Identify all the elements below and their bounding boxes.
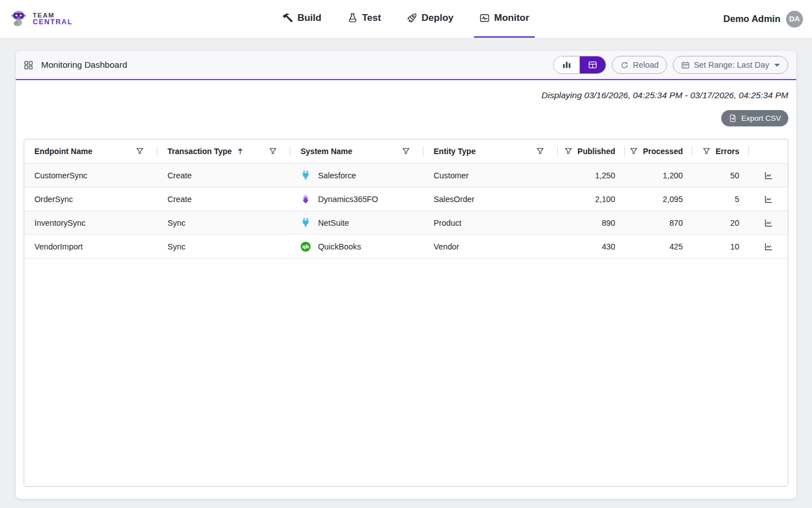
table-icon bbox=[588, 60, 597, 69]
filter-icon[interactable] bbox=[402, 147, 410, 155]
table-empty-area bbox=[24, 259, 788, 486]
monitoring-table: Endpoint Name Transaction Type System Na… bbox=[24, 139, 788, 487]
cell-entity: Vendor bbox=[423, 235, 558, 258]
filter-icon[interactable] bbox=[630, 147, 638, 155]
trend-chart-icon bbox=[764, 171, 773, 180]
filter-icon[interactable] bbox=[136, 147, 144, 155]
column-label-processed: Processed bbox=[643, 147, 683, 156]
cell-processed: 425 bbox=[625, 235, 692, 258]
cell-transaction: Create bbox=[157, 187, 290, 211]
hammer-icon bbox=[283, 13, 293, 23]
brand-logo[interactable]: TEAM CENTRAL bbox=[9, 8, 73, 30]
cell-errors: 20 bbox=[692, 211, 749, 234]
date-range-display: Displaying 03/16/2026, 04:25:34 PM - 03/… bbox=[24, 90, 788, 100]
cell-errors: 5 bbox=[692, 187, 749, 211]
table-header-row: Endpoint Name Transaction Type System Na… bbox=[24, 139, 788, 164]
trend-chart-icon bbox=[764, 218, 773, 227]
filter-icon[interactable] bbox=[269, 147, 277, 155]
tab-deploy[interactable]: Deploy bbox=[401, 0, 460, 38]
cell-published: 2,100 bbox=[558, 187, 625, 211]
top-nav: TEAM CENTRAL Build Test Deploy Monitor D… bbox=[0, 0, 812, 38]
netsuite-plug-icon bbox=[299, 217, 312, 229]
column-header-transaction[interactable]: Transaction Type bbox=[157, 139, 290, 163]
card-title: Monitoring Dashboard bbox=[24, 60, 127, 70]
avatar[interactable]: DA bbox=[786, 11, 803, 28]
column-label-endpoint: Endpoint Name bbox=[34, 147, 92, 156]
page-title: Monitoring Dashboard bbox=[41, 60, 127, 70]
column-label-transaction: Transaction Type bbox=[167, 147, 232, 156]
monitoring-dashboard-card: Monitoring Dashboard Reload Set Range: L… bbox=[16, 51, 796, 499]
tab-test-label: Test bbox=[362, 12, 381, 24]
column-header-system[interactable]: System Name bbox=[290, 139, 423, 163]
table-row: VendorImport Sync QuickBooks Vendor 430 … bbox=[24, 235, 788, 259]
row-trend-chart-button[interactable] bbox=[749, 235, 788, 258]
tab-test[interactable]: Test bbox=[342, 0, 387, 38]
column-header-chart bbox=[749, 139, 788, 163]
filter-icon[interactable] bbox=[703, 147, 710, 155]
cell-entity: SalesOrder bbox=[423, 187, 558, 211]
cell-transaction: Sync bbox=[157, 211, 290, 234]
card-header: Monitoring Dashboard Reload Set Range: L… bbox=[16, 51, 796, 80]
tab-monitor[interactable]: Monitor bbox=[474, 0, 535, 38]
column-header-endpoint[interactable]: Endpoint Name bbox=[24, 139, 157, 163]
user-name: Demo Admin bbox=[723, 14, 780, 24]
dashboard-grid-icon bbox=[24, 60, 33, 70]
quickbooks-icon bbox=[299, 240, 312, 253]
set-range-dropdown[interactable]: Set Range: Last Day bbox=[673, 56, 788, 74]
caret-down-icon bbox=[774, 64, 780, 67]
table-row: InventorySync Sync NetSuite Product 890 … bbox=[24, 211, 788, 235]
trend-chart-icon bbox=[764, 242, 773, 251]
cell-endpoint: VendorImport bbox=[24, 235, 157, 258]
dynamics365-icon bbox=[299, 193, 312, 205]
cell-entity: Product bbox=[423, 211, 558, 234]
table-view-button[interactable] bbox=[580, 56, 606, 73]
export-csv-button[interactable]: Export CSV bbox=[721, 110, 788, 126]
system-name: QuickBooks bbox=[318, 242, 361, 251]
robot-logo-icon bbox=[9, 8, 28, 30]
row-trend-chart-button[interactable] bbox=[749, 211, 788, 234]
sort-ascending-icon[interactable] bbox=[236, 147, 244, 155]
cell-published: 890 bbox=[558, 211, 625, 234]
row-trend-chart-button[interactable] bbox=[749, 187, 788, 211]
column-header-processed[interactable]: Processed bbox=[625, 139, 692, 163]
filter-icon[interactable] bbox=[564, 147, 572, 155]
row-trend-chart-button[interactable] bbox=[749, 164, 788, 187]
column-label-entity: Entity Type bbox=[434, 147, 475, 156]
view-mode-toggle bbox=[553, 56, 606, 74]
column-header-entity[interactable]: Entity Type bbox=[423, 139, 558, 163]
column-label-system: System Name bbox=[301, 147, 352, 156]
monitor-pulse-icon bbox=[479, 13, 489, 23]
cell-published: 430 bbox=[558, 235, 625, 258]
filter-icon[interactable] bbox=[536, 147, 544, 155]
system-name: Salesforce bbox=[318, 171, 356, 180]
reload-button[interactable]: Reload bbox=[612, 56, 667, 74]
cell-endpoint: OrderSync bbox=[24, 187, 157, 211]
file-export-icon bbox=[729, 114, 737, 122]
cell-transaction: Create bbox=[157, 164, 290, 187]
column-label-errors: Errors bbox=[716, 147, 739, 156]
cell-transaction: Sync bbox=[157, 235, 290, 258]
salesforce-plug-icon bbox=[299, 169, 312, 182]
brand-text: TEAM CENTRAL bbox=[33, 12, 73, 26]
cell-published: 1,250 bbox=[558, 164, 625, 187]
cell-system: Salesforce bbox=[290, 164, 423, 187]
column-header-errors[interactable]: Errors bbox=[692, 139, 749, 163]
cell-processed: 1,200 bbox=[625, 164, 692, 187]
table-row: OrderSync Create Dynamics365FO SalesOrde… bbox=[24, 187, 788, 211]
refresh-icon bbox=[620, 61, 629, 69]
cell-errors: 50 bbox=[692, 164, 749, 187]
calendar-icon bbox=[681, 61, 690, 69]
cell-system: Dynamics365FO bbox=[290, 187, 423, 211]
system-name: Dynamics365FO bbox=[318, 195, 378, 204]
tab-build[interactable]: Build bbox=[277, 0, 327, 38]
brand-central-label: CENTRAL bbox=[33, 19, 73, 26]
user-area: Demo Admin DA bbox=[723, 11, 803, 28]
cell-processed: 870 bbox=[625, 211, 692, 234]
cell-errors: 10 bbox=[692, 235, 749, 258]
reload-label: Reload bbox=[633, 60, 659, 69]
column-header-published[interactable]: Published bbox=[558, 139, 625, 163]
cell-system: NetSuite bbox=[290, 211, 423, 234]
chart-view-button[interactable] bbox=[554, 56, 580, 73]
cell-processed: 2,095 bbox=[625, 187, 692, 211]
system-name: NetSuite bbox=[318, 218, 349, 227]
